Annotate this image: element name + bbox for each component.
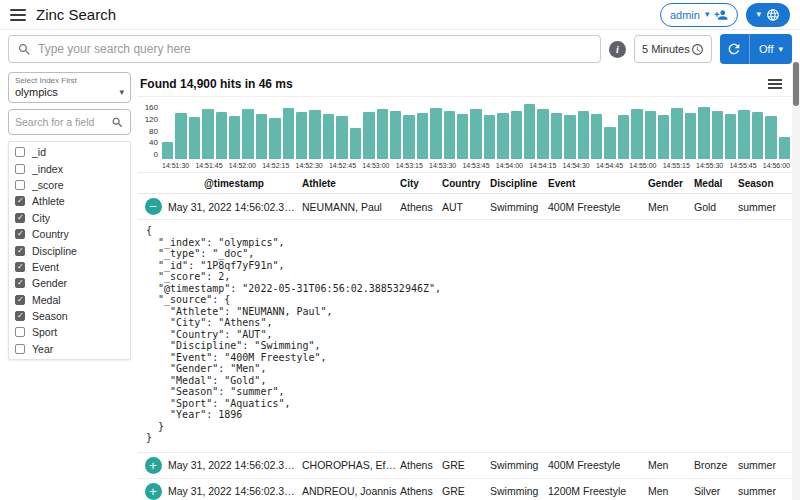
field-item[interactable]: City [9, 210, 130, 226]
field-checkbox[interactable] [15, 164, 25, 174]
histogram-bar[interactable] [484, 115, 495, 159]
histogram-bar[interactable] [470, 109, 481, 159]
histogram-bar[interactable] [403, 115, 414, 159]
histogram-bar[interactable] [578, 111, 589, 159]
histogram-bar[interactable] [537, 109, 548, 159]
refresh-button[interactable] [720, 34, 750, 64]
field-checkbox[interactable] [15, 295, 25, 305]
menu-icon[interactable] [10, 9, 26, 21]
search-input[interactable] [38, 42, 592, 56]
field-checkbox[interactable] [15, 262, 25, 272]
histogram-bar[interactable] [350, 128, 361, 159]
histogram-bar[interactable] [564, 115, 575, 159]
histogram-bar[interactable] [323, 114, 334, 160]
field-item[interactable]: Event [9, 259, 130, 275]
histogram-bar[interactable] [242, 109, 253, 159]
histogram-bar[interactable] [336, 116, 347, 159]
field-checkbox[interactable] [15, 213, 25, 223]
histogram-bar[interactable] [618, 115, 629, 159]
cell-discipline: Swimming [488, 485, 546, 497]
histogram-bar[interactable] [524, 104, 535, 159]
histogram-bar[interactable] [377, 109, 388, 159]
histogram-bar[interactable] [631, 109, 642, 159]
histogram-bar[interactable] [725, 114, 736, 159]
histogram-bar[interactable] [269, 118, 280, 159]
histogram-bar[interactable] [216, 112, 227, 159]
expand-row-button[interactable]: + [145, 457, 162, 474]
histogram-bar[interactable] [175, 113, 186, 159]
field-checkbox[interactable] [15, 147, 25, 157]
field-item[interactable]: _index [9, 160, 130, 176]
field-checkbox[interactable] [15, 344, 25, 354]
info-icon[interactable]: i [609, 41, 626, 58]
histogram-bar[interactable] [309, 110, 320, 159]
index-select[interactable]: Select Index First olympics ▾ [8, 72, 131, 103]
field-item[interactable]: _score [9, 177, 130, 193]
histogram-bar[interactable] [551, 113, 562, 159]
time-range-value: 5 Minutes [642, 43, 690, 55]
histogram-bar[interactable] [444, 111, 455, 159]
histogram-bar[interactable] [752, 112, 763, 159]
field-item[interactable]: Season [9, 308, 130, 324]
cell-athlete: NEUMANN, Paul [300, 201, 398, 213]
histogram-bar[interactable] [390, 111, 401, 159]
field-search-input[interactable] [15, 116, 107, 128]
table-row[interactable]: −May 31, 2022 14:56:02.388 +08:00NEUMANN… [138, 194, 792, 220]
cell-season: summer [736, 201, 792, 213]
collapse-row-button[interactable]: − [145, 198, 162, 215]
field-item[interactable]: _id [9, 144, 130, 160]
field-checkbox[interactable] [15, 327, 25, 337]
field-item[interactable]: Sport [9, 324, 130, 340]
histogram-bar[interactable] [202, 109, 213, 159]
histogram-bar[interactable] [430, 108, 441, 159]
histogram-bar[interactable] [712, 111, 723, 159]
time-range-select[interactable]: 5 Minutes [634, 35, 712, 63]
histogram-bar[interactable] [591, 114, 602, 160]
scrollbar-thumb[interactable] [793, 62, 799, 106]
field-checkbox[interactable] [15, 278, 25, 288]
field-item[interactable]: Medal [9, 292, 130, 308]
auto-refresh-select[interactable]: Off ▾ [750, 34, 792, 64]
table-row[interactable]: +May 31, 2022 14:56:02.388 +08:00CHOROPH… [138, 453, 792, 479]
field-item[interactable]: Discipline [9, 242, 130, 258]
table-row[interactable]: +May 31, 2022 14:56:02.388 +08:00ANDREOU… [138, 479, 792, 500]
expand-row-button[interactable]: + [145, 483, 162, 500]
field-label: Country [32, 228, 69, 240]
admin-menu-button[interactable]: admin ▾ [660, 3, 739, 27]
field-checkbox[interactable] [15, 180, 25, 190]
histogram-bar[interactable] [685, 113, 696, 159]
histogram-bar[interactable] [658, 115, 669, 159]
histogram-bar[interactable] [511, 111, 522, 159]
index-select-value: olympics [15, 86, 58, 98]
histogram-bar[interactable] [162, 142, 173, 159]
list-menu-icon[interactable] [768, 79, 782, 89]
histogram-bar[interactable] [604, 127, 615, 159]
histogram-bar[interactable] [229, 116, 240, 159]
x-axis-tick: 14:54:15 [529, 162, 556, 169]
histogram-bar[interactable] [457, 114, 468, 160]
histogram-bar[interactable] [738, 110, 749, 159]
field-item[interactable]: Athlete [9, 193, 130, 209]
histogram-bar[interactable] [698, 107, 709, 160]
field-checkbox[interactable] [15, 311, 25, 321]
field-checkbox[interactable] [15, 246, 25, 256]
histogram-bar[interactable] [363, 112, 374, 159]
field-checkbox[interactable] [15, 229, 25, 239]
histogram-bar[interactable] [256, 114, 267, 160]
histogram-bar[interactable] [417, 113, 428, 159]
histogram-bar[interactable] [765, 116, 776, 159]
histogram-bar[interactable] [189, 117, 200, 159]
histogram-bar[interactable] [779, 137, 790, 159]
field-checkbox[interactable] [15, 196, 25, 206]
histogram-bar[interactable] [497, 113, 508, 159]
field-item[interactable]: Country [9, 226, 130, 242]
field-item[interactable]: Gender [9, 275, 130, 291]
histogram-bar[interactable] [296, 112, 307, 159]
histogram-bar[interactable] [283, 108, 294, 159]
field-item[interactable]: Year [9, 341, 130, 357]
y-axis-tick: 160 [145, 103, 158, 112]
language-button[interactable]: ▾ [746, 3, 790, 27]
histogram-bar[interactable] [645, 111, 656, 159]
histogram-bar[interactable] [671, 108, 682, 159]
scrollbar[interactable] [792, 62, 800, 500]
